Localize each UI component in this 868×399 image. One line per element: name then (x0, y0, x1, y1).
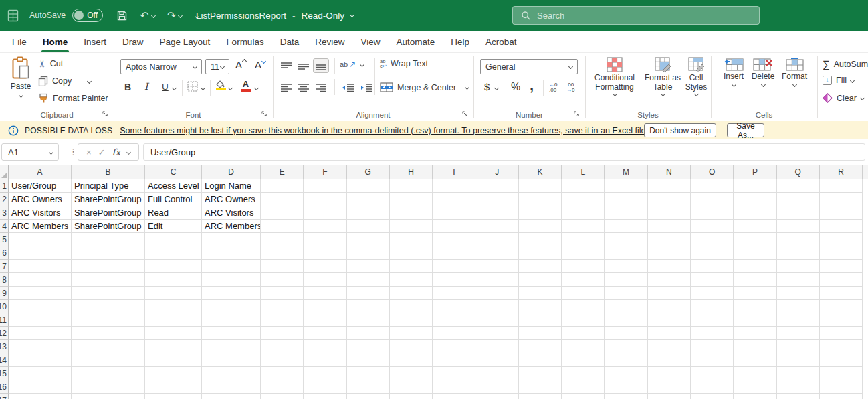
underline-dropdown-chevron-icon[interactable] (172, 86, 177, 90)
merge-center-button[interactable]: Merge & Center (380, 82, 469, 92)
cell-L4[interactable] (562, 220, 605, 233)
cell-I14[interactable] (433, 353, 475, 367)
borders-button[interactable] (187, 81, 198, 94)
cell-Q8[interactable] (777, 273, 820, 287)
cell-B5[interactable] (72, 233, 145, 246)
cell-H17[interactable] (390, 394, 433, 399)
cell-M14[interactable] (605, 353, 647, 367)
cell-J2[interactable] (475, 193, 518, 206)
cell-N17[interactable] (648, 394, 691, 399)
cell-D6[interactable] (202, 246, 261, 260)
cell-J10[interactable] (475, 300, 518, 313)
cell-I13[interactable] (433, 340, 475, 353)
cell-K15[interactable] (519, 367, 562, 380)
font-color-button[interactable]: A (241, 80, 251, 92)
select-all-corner[interactable] (0, 165, 9, 179)
cell-L3[interactable] (562, 206, 605, 220)
cell-K10[interactable] (519, 300, 562, 313)
cell-I3[interactable] (433, 206, 475, 220)
cell-L2[interactable] (562, 193, 605, 206)
cell-N8[interactable] (648, 273, 691, 287)
column-header-G[interactable]: G (347, 165, 390, 179)
cell-G12[interactable] (347, 327, 390, 340)
cell-A17[interactable] (9, 394, 72, 399)
cell-P13[interactable] (734, 340, 776, 353)
cell-F13[interactable] (304, 340, 346, 353)
cell-L15[interactable] (562, 367, 605, 380)
cell-P2[interactable] (734, 193, 776, 206)
cell-A12[interactable] (9, 327, 72, 340)
cell-H13[interactable] (390, 340, 433, 353)
cell-H12[interactable] (390, 327, 433, 340)
cell-L8[interactable] (562, 273, 605, 287)
cell-H5[interactable] (390, 233, 433, 246)
cell-L7[interactable] (562, 260, 605, 273)
cell-L14[interactable] (562, 353, 605, 367)
cell-N2[interactable] (648, 193, 691, 206)
cell-Q16[interactable] (777, 380, 820, 394)
autosave-toggle[interactable]: Off (72, 9, 103, 22)
cell-O12[interactable] (691, 327, 734, 340)
wrap-text-button[interactable]: abc↩ Wrap Text (380, 59, 428, 68)
cell-O1[interactable] (691, 179, 734, 193)
cell-B3[interactable]: SharePointGroup (72, 206, 145, 220)
cell-E7[interactable] (261, 260, 304, 273)
cell-R3[interactable] (820, 206, 863, 220)
cell-D3[interactable]: ARC Visitors (202, 206, 261, 220)
cell-C5[interactable] (145, 233, 202, 246)
cell-F6[interactable] (304, 246, 346, 260)
cell-K2[interactable] (519, 193, 562, 206)
comma-format-button[interactable]: , (530, 77, 534, 94)
cell-J14[interactable] (475, 353, 518, 367)
cell-H3[interactable] (390, 206, 433, 220)
cell-H10[interactable] (390, 300, 433, 313)
cell-O15[interactable] (691, 367, 734, 380)
cell-C7[interactable] (145, 260, 202, 273)
cell-N16[interactable] (648, 380, 691, 394)
cell-J15[interactable] (475, 367, 518, 380)
cell-K5[interactable] (519, 233, 562, 246)
cell-M16[interactable] (605, 380, 647, 394)
cell-Q17[interactable] (777, 394, 820, 399)
cell-R16[interactable] (820, 380, 863, 394)
cell-M1[interactable] (605, 179, 647, 193)
cell-B6[interactable] (72, 246, 145, 260)
message-bar-link[interactable]: Some features might be lost if you save … (120, 126, 674, 135)
cell-N12[interactable] (648, 327, 691, 340)
cell-Q1[interactable] (777, 179, 820, 193)
cell-N7[interactable] (648, 260, 691, 273)
column-header-J[interactable]: J (475, 165, 518, 179)
cell-F9[interactable] (304, 287, 346, 300)
cell-N9[interactable] (648, 287, 691, 300)
font-color-chevron-icon[interactable] (254, 86, 259, 90)
cell-O4[interactable] (691, 220, 734, 233)
cell-C15[interactable] (145, 367, 202, 380)
column-header-B[interactable]: B (72, 165, 145, 179)
cell-G17[interactable] (347, 394, 390, 399)
cell-B15[interactable] (72, 367, 145, 380)
cell-A16[interactable] (9, 380, 72, 394)
cell-J12[interactable] (475, 327, 518, 340)
column-header-A[interactable]: A (9, 165, 72, 179)
cell-D12[interactable] (202, 327, 261, 340)
cell-E14[interactable] (261, 353, 304, 367)
cell-E15[interactable] (261, 367, 304, 380)
cell-R1[interactable] (820, 179, 863, 193)
search-input[interactable]: Search (512, 6, 760, 25)
cell-G16[interactable] (347, 380, 390, 394)
row-header-9[interactable]: 9 (0, 287, 9, 300)
cell-D7[interactable] (202, 260, 261, 273)
cell-H4[interactable] (390, 220, 433, 233)
tab-help[interactable]: Help (443, 31, 477, 52)
cell-H16[interactable] (390, 380, 433, 394)
cell-L11[interactable] (562, 313, 605, 327)
top-align-button[interactable] (278, 58, 294, 73)
cell-B1[interactable]: Principal Type (72, 179, 145, 193)
align-center-button[interactable] (296, 80, 312, 94)
cell-A15[interactable] (9, 367, 72, 380)
cell-F17[interactable] (304, 394, 346, 399)
cell-P14[interactable] (734, 353, 776, 367)
column-header-M[interactable]: M (605, 165, 647, 179)
cell-F2[interactable] (304, 193, 346, 206)
cell-C16[interactable] (145, 380, 202, 394)
